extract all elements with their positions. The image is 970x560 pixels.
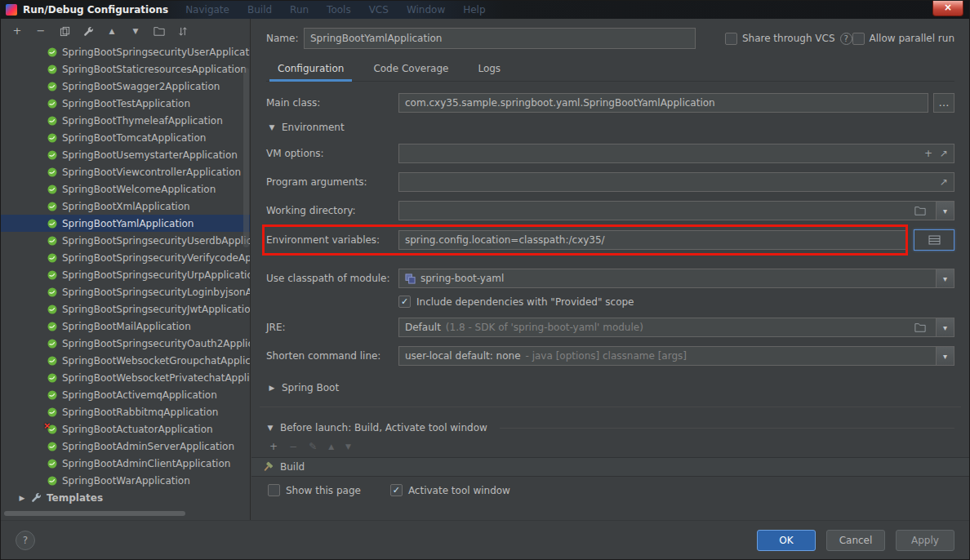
move-up-icon[interactable]: ▲ <box>105 24 118 38</box>
config-tree-item[interactable]: × SpringBootStaticresourcesApplication <box>1 60 250 78</box>
tree-horizontal-scrollbar[interactable] <box>4 511 247 518</box>
config-name: SpringBootSpringsecurityUrpApplicatio <box>62 269 250 281</box>
config-tree-item[interactable]: × SpringBootTestApplication <box>1 95 250 112</box>
classpath-dropdown-button[interactable]: ▾ <box>936 269 954 287</box>
config-tree-item[interactable]: × SpringBootAdminClientApplication <box>1 455 250 472</box>
before-launch-task-build[interactable]: Build <box>251 457 969 477</box>
config-tree-item[interactable]: × SpringBootWarApplication <box>1 472 250 489</box>
add-configuration-icon[interactable]: + <box>11 24 24 38</box>
expand-field-icon[interactable]: ↗ <box>940 176 948 188</box>
spring-boot-run-icon: × <box>47 373 57 383</box>
tree-vertical-scrollbar[interactable] <box>243 68 249 247</box>
help-button[interactable]: ? <box>16 531 35 550</box>
config-tree-item[interactable]: × SpringBootViewcontrollerApplication <box>1 163 250 180</box>
config-tree-item[interactable]: × SpringBootWelcomeApplication <box>1 180 250 198</box>
browse-main-class-button[interactable]: … <box>933 93 954 113</box>
sort-configurations-icon[interactable] <box>176 24 189 38</box>
chevron-down-icon: ▼ <box>268 123 276 131</box>
config-name: SpringBootTestApplication <box>62 98 190 109</box>
templates-node[interactable]: ▶Templates <box>1 489 250 506</box>
config-tree-item[interactable]: × SpringBootSpringsecurityUserApplicatio <box>1 43 250 60</box>
program-arguments-field[interactable]: ↗ <box>398 172 954 192</box>
add-icon[interactable]: + <box>924 148 932 159</box>
spring-boot-section-label: Spring Boot <box>282 382 339 393</box>
jre-combo[interactable]: Default (1.8 - SDK of 'spring-boot-yaml'… <box>398 318 954 337</box>
config-tree-item[interactable]: × SpringBootActivemqApplication <box>1 386 250 403</box>
environment-section-header[interactable]: ▼ Environment <box>268 122 954 133</box>
move-task-up-icon[interactable]: ▲ <box>328 442 334 451</box>
config-name: SpringBootSpringsecurityJwtApplication <box>62 304 250 315</box>
provided-scope-row: ✓ Include dependencies with "Provided" s… <box>398 296 954 308</box>
show-this-page-checkbox[interactable] <box>268 484 280 496</box>
jre-dropdown-button[interactable]: ▾ <box>936 318 954 336</box>
config-tree-item[interactable]: × SpringBootSpringsecurityVerifycodeApp <box>1 249 250 266</box>
config-tree-item[interactable]: × SpringBootUsemystarterApplication <box>1 146 250 163</box>
config-tree-item[interactable]: × SpringBootWebsocketGroupchatApplica <box>1 352 250 369</box>
close-button[interactable]: × <box>932 1 963 16</box>
cancel-button[interactable]: Cancel <box>826 530 885 551</box>
config-tree-item[interactable]: × SpringBootMailApplication <box>1 318 250 335</box>
working-directory-field[interactable]: ▾ <box>398 201 954 220</box>
vm-options-field[interactable]: + ↗ <box>398 144 954 163</box>
environment-variables-input[interactable] <box>398 230 907 250</box>
before-launch-header[interactable]: ▼ Before launch: Build, Activate tool wi… <box>266 422 954 433</box>
shorten-command-line-combo[interactable]: user-local default: none - java [options… <box>398 346 954 366</box>
module-icon <box>405 273 416 284</box>
edit-defaults-wrench-icon[interactable] <box>82 24 95 38</box>
tab-configuration[interactable]: Configuration <box>266 57 355 81</box>
config-name: SpringBootMailApplication <box>62 321 191 332</box>
main-class-field[interactable]: com.cxy35.sample.springboot.yaml.SpringB… <box>398 93 928 113</box>
working-directory-dropdown-button[interactable]: ▾ <box>936 202 954 220</box>
config-tree-item[interactable]: × SpringBootSpringsecurityUrpApplicatio <box>1 266 250 283</box>
activate-tool-window-checkbox[interactable]: ✓ <box>390 484 403 496</box>
config-tree-item[interactable]: × SpringBootSpringsecurityUserdbApplica <box>1 232 250 249</box>
ok-button[interactable]: OK <box>757 530 816 551</box>
config-tree-item[interactable]: × SpringBootYamlApplication <box>1 215 250 232</box>
config-tree-item[interactable]: × SpringBootXmlApplication <box>1 198 250 215</box>
spring-boot-run-icon: × <box>47 82 57 91</box>
jre-value: Default <box>405 322 441 333</box>
name-input[interactable] <box>304 28 696 49</box>
config-tree-item[interactable]: × SpringBootSpringsecurityOauth2Applica <box>1 335 250 352</box>
expand-field-icon[interactable]: ↗ <box>940 148 948 159</box>
program-arguments-label: Program arguments: <box>266 176 398 188</box>
tree-toolbar: + − ▲ ▼ <box>1 19 250 43</box>
config-tree-item[interactable]: × SpringBootThymeleafApplication <box>1 112 250 129</box>
allow-parallel-checkbox[interactable] <box>852 33 865 45</box>
copy-configuration-icon[interactable] <box>58 24 71 38</box>
folder-icon[interactable] <box>914 206 926 216</box>
vcs-help-icon[interactable]: ? <box>840 33 852 45</box>
config-tree-item[interactable]: × SpringBootWebsocketPrivatechatApplic <box>1 369 250 386</box>
config-tree-item[interactable]: × SpringBootActuatorApplication <box>1 420 250 438</box>
before-launch-label: Before launch: Build, Activate tool wind… <box>280 422 487 433</box>
config-tree-item[interactable]: × SpringBootTomcatApplication <box>1 129 250 146</box>
config-name: SpringBootSpringsecurityUserdbApplica <box>62 235 250 247</box>
folder-icon[interactable] <box>914 322 926 332</box>
config-tree-item[interactable]: × SpringBootAdminServerApplication <box>1 438 250 455</box>
spring-boot-section-header[interactable]: ▶ Spring Boot <box>268 382 954 393</box>
provided-scope-checkbox[interactable]: ✓ <box>398 296 411 308</box>
config-tree-item[interactable]: × SpringBootRabbitmqApplication <box>1 403 250 420</box>
shorten-dropdown-button[interactable]: ▾ <box>936 347 954 365</box>
apply-button[interactable]: Apply <box>896 530 954 551</box>
config-tree-item[interactable]: × SpringBootSwagger2Application <box>1 78 250 95</box>
config-name: SpringBootThymeleafApplication <box>62 115 223 127</box>
move-down-icon[interactable]: ▼ <box>129 24 142 38</box>
config-tree-item[interactable]: × SpringBootSpringsecurityJwtApplication <box>1 300 250 318</box>
name-row: Name: Share through VCS ? Allow parallel… <box>266 26 954 51</box>
edit-environment-variables-button[interactable] <box>914 229 954 251</box>
edit-task-icon[interactable]: ✎ <box>309 441 317 452</box>
config-tree-item[interactable]: × SpringBootSpringsecurityLoginbyjsonAp <box>1 283 250 300</box>
tab-logs[interactable]: Logs <box>466 57 512 81</box>
share-vcs-checkbox[interactable] <box>725 33 737 45</box>
spring-boot-run-icon: × <box>47 202 57 211</box>
create-folder-icon[interactable] <box>153 24 166 38</box>
allow-parallel-group: Allow parallel run <box>852 33 954 45</box>
remove-configuration-icon[interactable]: − <box>34 24 47 38</box>
classpath-module-combo[interactable]: spring-boot-yaml ▾ <box>398 269 954 288</box>
remove-task-icon[interactable]: − <box>289 441 297 452</box>
move-task-down-icon[interactable]: ▼ <box>345 442 351 451</box>
add-task-icon[interactable]: + <box>269 441 278 452</box>
spring-boot-run-icon: × <box>47 167 57 177</box>
tab-code-coverage[interactable]: Code Coverage <box>362 57 460 81</box>
